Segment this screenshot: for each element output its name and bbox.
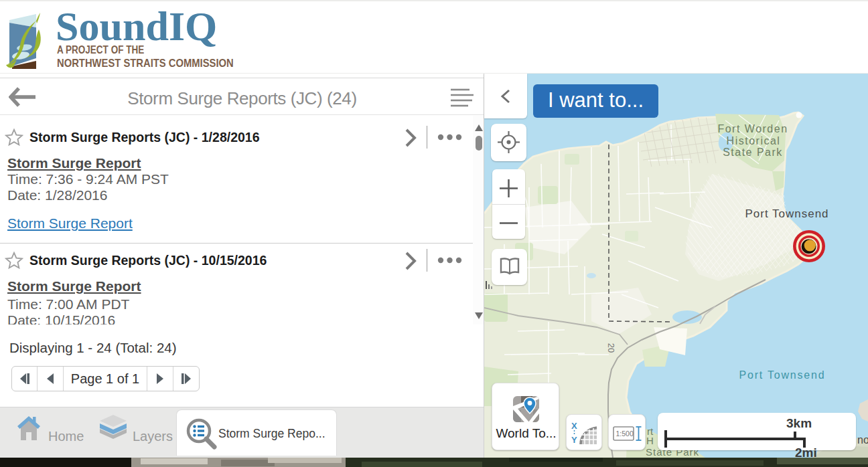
svg-text:1:500: 1:500 bbox=[616, 430, 634, 438]
svg-text:State Park: State Park bbox=[723, 147, 783, 158]
svg-text:Port Townsend: Port Townsend bbox=[745, 207, 828, 220]
svg-text:no: no bbox=[857, 434, 868, 446]
svg-text:H: H bbox=[646, 435, 654, 446]
svg-text:2mi: 2mi bbox=[795, 446, 817, 458]
svg-text:Fort Worden: Fort Worden bbox=[717, 123, 788, 134]
svg-text:Port Townsend: Port Townsend bbox=[739, 369, 826, 381]
svg-text:20: 20 bbox=[606, 343, 616, 353]
svg-text:Historical: Historical bbox=[727, 135, 781, 147]
svg-text:Y: Y bbox=[571, 435, 577, 445]
svg-text:X: X bbox=[571, 421, 577, 431]
svg-text:3km: 3km bbox=[786, 418, 812, 430]
